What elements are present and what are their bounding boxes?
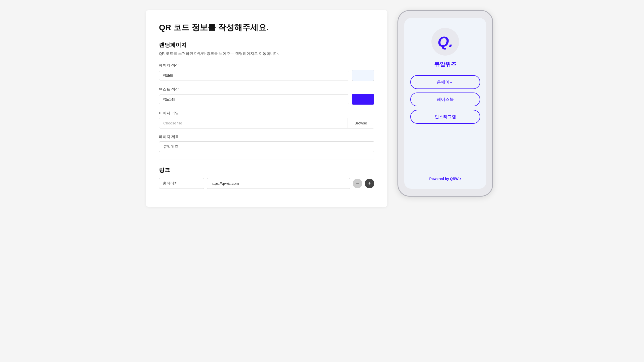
file-placeholder: Choose file: [159, 118, 347, 128]
page-color-input[interactable]: [159, 71, 349, 80]
link-row: − +: [159, 178, 374, 189]
page-color-label: 페이지 색상: [159, 63, 374, 68]
remove-link-button[interactable]: −: [353, 179, 362, 188]
add-link-button[interactable]: +: [365, 179, 374, 188]
landing-section: 랜딩페이지 QR 코드를 스캔하면 다양한 링크를 보여주는 랜딩페이지로 이동…: [159, 41, 374, 56]
link-name-input[interactable]: [159, 178, 204, 189]
page-title-input[interactable]: [159, 141, 374, 152]
phone-link-facebook[interactable]: 페이스북: [410, 93, 480, 106]
phone-brand-name: 큐알위즈: [434, 61, 456, 68]
phone-frame: Q. 큐알위즈 홈페이지 페이스북 인스타그램 Powered by QRWiz: [397, 10, 493, 197]
landing-section-title: 랜딩페이지: [159, 41, 374, 49]
text-color-label: 텍스트 색상: [159, 87, 374, 92]
links-section: 링크 − +: [159, 166, 374, 189]
file-input-row: Choose file Browse: [159, 118, 374, 128]
link-url-input[interactable]: [207, 178, 350, 189]
landing-section-desc: QR 코드를 스캔하면 다양한 링크를 보여주는 랜딩페이지로 이동합니다.: [159, 51, 374, 56]
phone-footer: Powered by QRWiz: [429, 169, 461, 181]
text-color-input[interactable]: [159, 95, 349, 104]
text-color-preview: [352, 94, 374, 105]
image-file-group: 이미지 파일 Choose file Browse: [159, 111, 374, 128]
page-color-group: 페이지 색상: [159, 63, 374, 81]
phone-link-instagram[interactable]: 인스타그램: [410, 110, 480, 124]
phone-screen: Q. 큐알위즈 홈페이지 페이스북 인스타그램 Powered by QRWiz: [404, 18, 486, 189]
divider: [159, 159, 374, 159]
phone-preview: Q. 큐알위즈 홈페이지 페이스북 인스타그램 Powered by QRWiz: [397, 10, 493, 197]
page-title-group: 페이지 제목: [159, 134, 374, 152]
form-panel: QR 코드 정보를 작성해주세요. 랜딩페이지 QR 코드를 스캔하면 다양한 …: [146, 10, 387, 207]
page-color-row: [159, 70, 374, 81]
page-color-preview: [352, 70, 374, 81]
page-title-label: 페이지 제목: [159, 134, 374, 139]
browse-button[interactable]: Browse: [347, 118, 374, 128]
image-file-label: 이미지 파일: [159, 111, 374, 116]
page-title: QR 코드 정보를 작성해주세요.: [159, 22, 374, 33]
phone-logo-text: Q.: [437, 34, 453, 49]
phone-link-homepage[interactable]: 홈페이지: [410, 75, 480, 89]
phone-logo-circle: Q.: [431, 28, 459, 56]
text-color-group: 텍스트 색상: [159, 87, 374, 105]
page-container: QR 코드 정보를 작성해주세요. 랜딩페이지 QR 코드를 스캔하면 다양한 …: [146, 10, 498, 207]
text-color-row: [159, 94, 374, 105]
links-section-title: 링크: [159, 166, 374, 174]
